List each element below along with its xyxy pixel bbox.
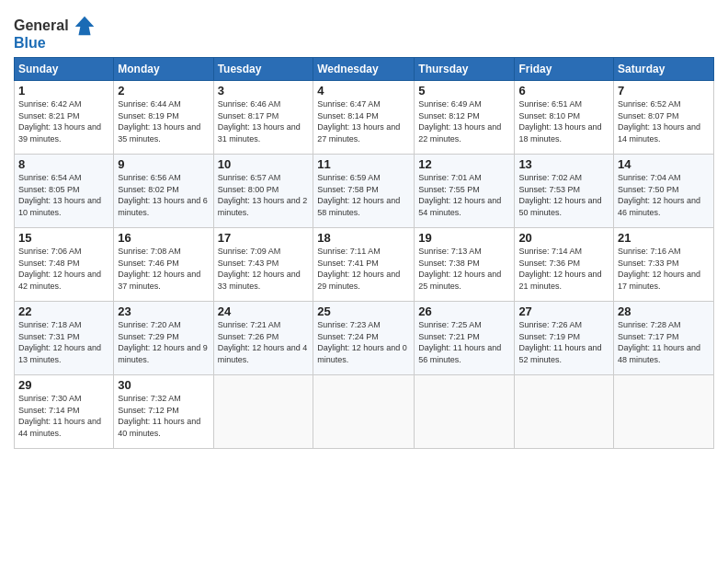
day-info: Sunrise: 7:08 AM Sunset: 7:46 PM Dayligh… bbox=[118, 246, 209, 292]
day-info: Sunrise: 7:11 AM Sunset: 7:41 PM Dayligh… bbox=[317, 246, 410, 292]
calendar-cell: 27 Sunrise: 7:26 AM Sunset: 7:19 PM Dayl… bbox=[515, 302, 614, 375]
weekday-friday: Friday bbox=[515, 58, 614, 81]
day-info: Sunrise: 6:44 AM Sunset: 8:19 PM Dayligh… bbox=[118, 98, 209, 144]
day-number: 11 bbox=[317, 157, 410, 171]
calendar-cell: 24 Sunrise: 7:21 AM Sunset: 7:26 PM Dayl… bbox=[213, 302, 313, 375]
day-number: 10 bbox=[218, 157, 310, 171]
day-info: Sunrise: 6:46 AM Sunset: 8:17 PM Dayligh… bbox=[218, 98, 310, 144]
calendar-cell: 17 Sunrise: 7:09 AM Sunset: 7:43 PM Dayl… bbox=[213, 228, 313, 302]
day-number: 21 bbox=[618, 231, 710, 245]
calendar-week-2: 8 Sunrise: 6:54 AM Sunset: 8:05 PM Dayli… bbox=[15, 155, 714, 228]
calendar-cell bbox=[313, 375, 415, 449]
calendar-cell: 6 Sunrise: 6:51 AM Sunset: 8:10 PM Dayli… bbox=[515, 81, 614, 155]
day-number: 8 bbox=[18, 157, 109, 171]
day-number: 17 bbox=[218, 231, 310, 245]
day-number: 16 bbox=[118, 231, 209, 245]
day-info: Sunrise: 7:25 AM Sunset: 7:21 PM Dayligh… bbox=[418, 319, 510, 365]
day-info: Sunrise: 7:18 AM Sunset: 7:31 PM Dayligh… bbox=[18, 319, 109, 365]
day-info: Sunrise: 7:23 AM Sunset: 7:24 PM Dayligh… bbox=[317, 319, 410, 365]
day-info: Sunrise: 6:47 AM Sunset: 8:14 PM Dayligh… bbox=[317, 98, 410, 144]
day-info: Sunrise: 7:32 AM Sunset: 7:12 PM Dayligh… bbox=[118, 393, 209, 439]
calendar-cell: 30 Sunrise: 7:32 AM Sunset: 7:12 PM Dayl… bbox=[114, 375, 213, 449]
day-number: 6 bbox=[518, 84, 609, 98]
calendar-cell: 5 Sunrise: 6:49 AM Sunset: 8:12 PM Dayli… bbox=[415, 81, 515, 155]
logo-general: General bbox=[14, 17, 69, 34]
calendar-cell: 28 Sunrise: 7:28 AM Sunset: 7:17 PM Dayl… bbox=[614, 302, 714, 375]
day-info: Sunrise: 6:49 AM Sunset: 8:12 PM Dayligh… bbox=[418, 98, 510, 144]
calendar-cell: 10 Sunrise: 6:57 AM Sunset: 8:00 PM Dayl… bbox=[213, 155, 313, 228]
weekday-sunday: Sunday bbox=[15, 58, 114, 81]
logo-icon bbox=[72, 13, 97, 39]
calendar-cell: 2 Sunrise: 6:44 AM Sunset: 8:19 PM Dayli… bbox=[114, 81, 213, 155]
calendar-cell: 18 Sunrise: 7:11 AM Sunset: 7:41 PM Dayl… bbox=[313, 228, 415, 302]
day-number: 12 bbox=[418, 157, 510, 171]
weekday-wednesday: Wednesday bbox=[313, 58, 415, 81]
day-info: Sunrise: 7:01 AM Sunset: 7:55 PM Dayligh… bbox=[418, 172, 510, 218]
day-number: 7 bbox=[618, 84, 710, 98]
calendar-cell: 14 Sunrise: 7:04 AM Sunset: 7:50 PM Dayl… bbox=[614, 155, 714, 228]
calendar-cell: 22 Sunrise: 7:18 AM Sunset: 7:31 PM Dayl… bbox=[15, 302, 114, 375]
weekday-tuesday: Tuesday bbox=[213, 58, 313, 81]
day-number: 26 bbox=[418, 304, 510, 318]
day-number: 22 bbox=[18, 304, 109, 318]
calendar-cell: 7 Sunrise: 6:52 AM Sunset: 8:07 PM Dayli… bbox=[614, 81, 714, 155]
day-number: 20 bbox=[518, 231, 609, 245]
day-number: 13 bbox=[518, 157, 609, 171]
weekday-monday: Monday bbox=[114, 58, 213, 81]
day-info: Sunrise: 7:02 AM Sunset: 7:53 PM Dayligh… bbox=[518, 172, 609, 218]
day-number: 4 bbox=[317, 84, 410, 98]
day-number: 24 bbox=[218, 304, 310, 318]
day-number: 14 bbox=[618, 157, 710, 171]
calendar-week-4: 22 Sunrise: 7:18 AM Sunset: 7:31 PM Dayl… bbox=[15, 302, 714, 375]
day-info: Sunrise: 7:06 AM Sunset: 7:48 PM Dayligh… bbox=[18, 246, 109, 292]
day-info: Sunrise: 7:21 AM Sunset: 7:26 PM Dayligh… bbox=[218, 319, 310, 365]
calendar-cell: 26 Sunrise: 7:25 AM Sunset: 7:21 PM Dayl… bbox=[415, 302, 515, 375]
day-info: Sunrise: 7:30 AM Sunset: 7:14 PM Dayligh… bbox=[18, 393, 109, 439]
calendar-cell: 12 Sunrise: 7:01 AM Sunset: 7:55 PM Dayl… bbox=[415, 155, 515, 228]
day-number: 1 bbox=[18, 84, 109, 98]
calendar-cell: 8 Sunrise: 6:54 AM Sunset: 8:05 PM Dayli… bbox=[15, 155, 114, 228]
day-info: Sunrise: 7:14 AM Sunset: 7:36 PM Dayligh… bbox=[518, 246, 609, 292]
calendar-cell: 21 Sunrise: 7:16 AM Sunset: 7:33 PM Dayl… bbox=[614, 228, 714, 302]
calendar-cell: 23 Sunrise: 7:20 AM Sunset: 7:29 PM Dayl… bbox=[114, 302, 213, 375]
calendar-cell: 29 Sunrise: 7:30 AM Sunset: 7:14 PM Dayl… bbox=[15, 375, 114, 449]
calendar-cell bbox=[515, 375, 614, 449]
calendar-cell: 11 Sunrise: 6:59 AM Sunset: 7:58 PM Dayl… bbox=[313, 155, 415, 228]
day-number: 29 bbox=[18, 378, 109, 392]
day-number: 15 bbox=[18, 231, 109, 245]
day-info: Sunrise: 7:09 AM Sunset: 7:43 PM Dayligh… bbox=[218, 246, 310, 292]
day-number: 28 bbox=[618, 304, 710, 318]
calendar-cell: 25 Sunrise: 7:23 AM Sunset: 7:24 PM Dayl… bbox=[313, 302, 415, 375]
day-info: Sunrise: 6:57 AM Sunset: 8:00 PM Dayligh… bbox=[218, 172, 310, 218]
calendar-week-5: 29 Sunrise: 7:30 AM Sunset: 7:14 PM Dayl… bbox=[15, 375, 714, 449]
day-info: Sunrise: 6:54 AM Sunset: 8:05 PM Dayligh… bbox=[18, 172, 109, 218]
calendar-week-3: 15 Sunrise: 7:06 AM Sunset: 7:48 PM Dayl… bbox=[15, 228, 714, 302]
calendar-cell: 1 Sunrise: 6:42 AM Sunset: 8:21 PM Dayli… bbox=[15, 81, 114, 155]
header: General Blue bbox=[14, 9, 714, 52]
day-number: 30 bbox=[118, 378, 209, 392]
day-info: Sunrise: 7:13 AM Sunset: 7:38 PM Dayligh… bbox=[418, 246, 510, 292]
weekday-thursday: Thursday bbox=[415, 58, 515, 81]
calendar-cell bbox=[614, 375, 714, 449]
calendar-cell: 13 Sunrise: 7:02 AM Sunset: 7:53 PM Dayl… bbox=[515, 155, 614, 228]
day-number: 9 bbox=[118, 157, 209, 171]
day-info: Sunrise: 6:59 AM Sunset: 7:58 PM Dayligh… bbox=[317, 172, 410, 218]
day-number: 27 bbox=[518, 304, 609, 318]
page-container: General Blue SundayMondayTuesdayWednesda… bbox=[0, 0, 728, 458]
day-info: Sunrise: 6:42 AM Sunset: 8:21 PM Dayligh… bbox=[18, 98, 109, 144]
weekday-saturday: Saturday bbox=[614, 58, 714, 81]
day-number: 18 bbox=[317, 231, 410, 245]
day-info: Sunrise: 7:16 AM Sunset: 7:33 PM Dayligh… bbox=[618, 246, 710, 292]
calendar-cell: 19 Sunrise: 7:13 AM Sunset: 7:38 PM Dayl… bbox=[415, 228, 515, 302]
day-info: Sunrise: 6:52 AM Sunset: 8:07 PM Dayligh… bbox=[618, 98, 710, 144]
day-info: Sunrise: 7:28 AM Sunset: 7:17 PM Dayligh… bbox=[618, 319, 710, 365]
calendar-cell: 9 Sunrise: 6:56 AM Sunset: 8:02 PM Dayli… bbox=[114, 155, 213, 228]
day-number: 3 bbox=[218, 84, 310, 98]
calendar-cell: 3 Sunrise: 6:46 AM Sunset: 8:17 PM Dayli… bbox=[213, 81, 313, 155]
calendar-cell: 15 Sunrise: 7:06 AM Sunset: 7:48 PM Dayl… bbox=[15, 228, 114, 302]
day-info: Sunrise: 7:04 AM Sunset: 7:50 PM Dayligh… bbox=[618, 172, 710, 218]
svg-marker-0 bbox=[74, 17, 94, 36]
day-info: Sunrise: 6:56 AM Sunset: 8:02 PM Dayligh… bbox=[118, 172, 209, 218]
day-info: Sunrise: 6:51 AM Sunset: 8:10 PM Dayligh… bbox=[518, 98, 609, 144]
logo: General Blue bbox=[14, 13, 97, 52]
